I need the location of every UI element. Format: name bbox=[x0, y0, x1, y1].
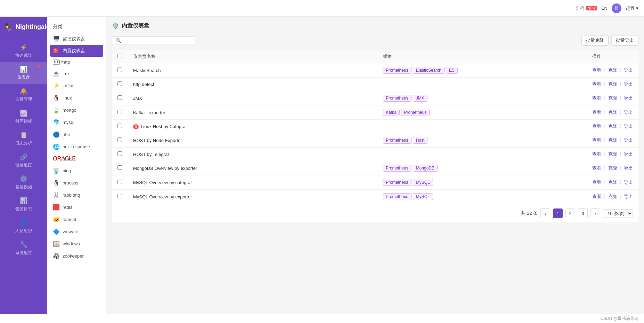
action-克隆[interactable]: 克隆 bbox=[608, 81, 617, 87]
action-导出[interactable]: 导出 bbox=[624, 179, 633, 186]
tag: Prometheus bbox=[383, 67, 411, 74]
action-查看[interactable]: 查看 bbox=[592, 67, 601, 73]
sidebar-item-alert-manage[interactable]: 🔔 告警管理 bbox=[0, 84, 47, 106]
row-checkbox[interactable] bbox=[117, 194, 122, 198]
next-page-button[interactable]: › bbox=[590, 208, 600, 218]
action-links: 查看|克隆|导出 bbox=[592, 67, 633, 73]
batch-clone-button[interactable]: 批量克隆 bbox=[581, 35, 609, 46]
category-vmware[interactable]: 🔷 vmware bbox=[47, 226, 106, 238]
sidebar-item-label: 基础设施 bbox=[15, 184, 32, 190]
category-http[interactable]: HTTP http bbox=[47, 57, 106, 68]
category-label: windows bbox=[63, 241, 80, 246]
category-linux[interactable]: 🐧 linux bbox=[47, 92, 106, 104]
sidebar-item-sys-config[interactable]: 🔧 系统配置 bbox=[0, 237, 47, 259]
row-checkbox[interactable] bbox=[117, 68, 122, 72]
category-redis[interactable]: 🟥 redis bbox=[47, 201, 106, 213]
sidebar-item-time-metric[interactable]: 📈 时序指标 bbox=[0, 106, 47, 128]
action-克隆[interactable]: 克隆 bbox=[608, 179, 617, 186]
action-导出[interactable]: 导出 bbox=[624, 151, 633, 157]
page-btn-3[interactable]: 3 bbox=[578, 208, 588, 218]
action-导出[interactable]: 导出 bbox=[624, 194, 633, 200]
tag: Prometheus bbox=[383, 137, 411, 144]
row-checkbox[interactable] bbox=[117, 137, 122, 142]
category-process[interactable]: 🐧 process bbox=[47, 177, 106, 189]
action-查看[interactable]: 查看 bbox=[592, 95, 601, 101]
category-mongo[interactable]: 🍃 mongo bbox=[47, 104, 106, 116]
prev-page-button[interactable]: ‹ bbox=[540, 208, 550, 218]
action-克隆[interactable]: 克隆 bbox=[608, 151, 617, 157]
page-btn-2[interactable]: 2 bbox=[565, 208, 575, 218]
page-size-select[interactable]: 10 条/页 20 条/页 50 条/页 bbox=[603, 209, 633, 218]
action-查看[interactable]: 查看 bbox=[592, 81, 601, 87]
sidebar-item-log-analysis[interactable]: 📋 日志分析 bbox=[0, 128, 47, 150]
row-checkbox[interactable] bbox=[117, 180, 122, 184]
jmx-icon: ☕ bbox=[53, 70, 60, 77]
action-导出[interactable]: 导出 bbox=[624, 137, 633, 143]
action-克隆[interactable]: 克隆 bbox=[608, 194, 617, 200]
sidebar-item-people[interactable]: 👤 人员组织 bbox=[0, 215, 47, 237]
language-switcher[interactable]: EN bbox=[601, 6, 608, 11]
action-查看[interactable]: 查看 bbox=[592, 109, 601, 116]
category-zookeeper[interactable]: 🦓 zookeeper bbox=[47, 250, 106, 262]
action-克隆[interactable]: 克隆 bbox=[608, 137, 617, 143]
action-查看[interactable]: 查看 bbox=[592, 137, 601, 143]
row-checkbox[interactable] bbox=[117, 165, 122, 170]
category-mysql[interactable]: 🐬 mysql bbox=[47, 116, 106, 128]
action-separator: | bbox=[604, 179, 605, 186]
action-克隆[interactable]: 克隆 bbox=[608, 123, 617, 129]
action-导出[interactable]: 导出 bbox=[624, 123, 633, 129]
avatar[interactable]: 超 bbox=[612, 3, 621, 13]
category-ping[interactable]: 📡 ping bbox=[47, 165, 106, 177]
category-builtin[interactable]: 2 内置仪表盘 bbox=[50, 45, 103, 57]
category-kafka[interactable]: ⚡ kafka bbox=[47, 80, 106, 92]
page-btn-1[interactable]: 1 bbox=[553, 208, 563, 218]
sidebar-item-alert-event[interactable]: 📊 告警目态 bbox=[0, 194, 47, 215]
action-导出[interactable]: 导出 bbox=[624, 109, 633, 116]
search-box[interactable]: 🔍 bbox=[112, 36, 195, 45]
category-windows[interactable]: 🪟 windows bbox=[47, 238, 106, 250]
action-导出[interactable]: 导出 bbox=[624, 95, 633, 101]
user-menu[interactable]: 超管 ▾ bbox=[626, 5, 638, 11]
dashboard-name-text: ElasticSearch bbox=[133, 68, 161, 73]
row-checkbox[interactable] bbox=[117, 95, 122, 100]
table-row: HOST by Telegraf查看|克隆|导出 bbox=[112, 148, 638, 161]
action-克隆[interactable]: 克隆 bbox=[608, 95, 617, 101]
category-n9e[interactable]: 🔵 n9e bbox=[47, 128, 106, 141]
pagination: 共 22 条 ‹ 1 2 3 › 10 条/页 20 条/页 50 条/页 bbox=[112, 204, 638, 222]
action-导出[interactable]: 导出 bbox=[624, 67, 633, 73]
category-jmx[interactable]: ☕ jmx bbox=[47, 68, 106, 80]
action-导出[interactable]: 导出 bbox=[624, 165, 633, 171]
category-tomcat[interactable]: 🐱 tomcat bbox=[47, 213, 106, 226]
category-oracle[interactable]: ORACLE oracle bbox=[47, 153, 106, 165]
action-导出[interactable]: 导出 bbox=[624, 81, 633, 87]
doc-link[interactable]: 文档 NEW bbox=[575, 5, 597, 11]
search-input[interactable] bbox=[123, 38, 191, 43]
select-all-checkbox[interactable] bbox=[117, 54, 122, 58]
sys-config-icon: 🔧 bbox=[20, 241, 27, 249]
tag: Kafka bbox=[383, 109, 400, 116]
sidebar-item-quick-jump[interactable]: ⚡ 快速跳转 bbox=[0, 40, 47, 62]
action-查看[interactable]: 查看 bbox=[592, 194, 601, 200]
category-net-response[interactable]: 🌐 net_response bbox=[47, 141, 106, 153]
row-checkbox[interactable] bbox=[117, 151, 122, 156]
table-row: MySQL Overview by categrafPrometheusMySQ… bbox=[112, 175, 638, 190]
dashboard-name-text: MongoDB Overview by exporter bbox=[133, 166, 197, 171]
action-查看[interactable]: 查看 bbox=[592, 165, 601, 171]
category-monitor[interactable]: 🖥️ 监控仪表盘 bbox=[47, 33, 106, 45]
batch-export-button[interactable]: 批量导出 bbox=[611, 35, 638, 46]
table-body: ElasticSearchPrometheusElasticSearchES查看… bbox=[112, 63, 638, 204]
action-克隆[interactable]: 克隆 bbox=[608, 67, 617, 73]
sidebar-item-dashboard[interactable]: 📊 仪表盘 bbox=[0, 62, 47, 84]
action-克隆[interactable]: 克隆 bbox=[608, 109, 617, 116]
sidebar-item-infra[interactable]: ⚙️ 基础设施 bbox=[0, 172, 47, 194]
action-查看[interactable]: 查看 bbox=[592, 179, 601, 186]
action-查看[interactable]: 查看 bbox=[592, 123, 601, 129]
row-checkbox[interactable] bbox=[117, 110, 122, 114]
category-rabbitmq[interactable]: 🐰 rabbitmq bbox=[47, 189, 106, 201]
row-badge: 3 bbox=[133, 124, 139, 129]
action-克隆[interactable]: 克隆 bbox=[608, 165, 617, 171]
row-checkbox[interactable] bbox=[117, 81, 122, 86]
action-查看[interactable]: 查看 bbox=[592, 151, 601, 157]
sidebar-item-link-trace[interactable]: 🔗 链路追踪 bbox=[0, 150, 47, 172]
row-checkbox[interactable] bbox=[117, 124, 122, 128]
